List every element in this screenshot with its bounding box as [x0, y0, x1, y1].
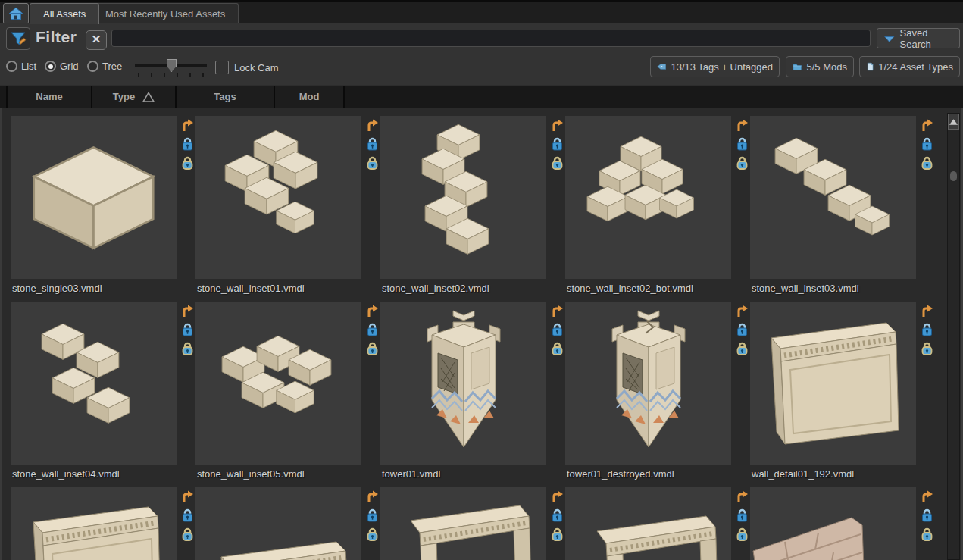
- tab-most-recently-used[interactable]: Most Recently Used Assets: [92, 3, 239, 24]
- asset-tile[interactable]: [195, 487, 380, 560]
- lock-alt-icon[interactable]: [920, 155, 934, 170]
- column-header-mod[interactable]: Mod: [275, 86, 345, 108]
- lock-alt-icon[interactable]: [365, 155, 380, 170]
- asset-tile[interactable]: stone_single03.vmdl: [11, 116, 195, 302]
- lock-icon[interactable]: [735, 508, 749, 522]
- asset-thumbnail[interactable]: [565, 116, 731, 279]
- lock-alt-icon[interactable]: [920, 527, 934, 541]
- asset-thumbnail[interactable]: [195, 487, 361, 560]
- lock-icon[interactable]: [180, 136, 195, 151]
- asset-thumbnail[interactable]: [750, 487, 916, 560]
- asset-tile[interactable]: [565, 487, 750, 560]
- jump-to-arrow-icon[interactable]: [920, 304, 933, 318]
- radio-list[interactable]: List: [6, 61, 36, 72]
- column-header-tags[interactable]: Tags: [177, 86, 275, 108]
- jump-to-arrow-icon[interactable]: [180, 304, 194, 318]
- filter-options-button[interactable]: [6, 27, 30, 50]
- asset-thumbnail[interactable]: [195, 302, 361, 465]
- tags-filter-button[interactable]: 13/13 Tags + Untagged: [650, 56, 780, 77]
- home-button[interactable]: [3, 3, 29, 24]
- jump-to-arrow-icon[interactable]: [735, 304, 749, 318]
- lock-icon[interactable]: [180, 322, 195, 336]
- lock-alt-icon[interactable]: [550, 341, 564, 355]
- asset-tile[interactable]: stone_wall_inset05.vmdl: [195, 302, 380, 487]
- jump-to-arrow-icon[interactable]: [920, 490, 933, 503]
- lock-alt-icon[interactable]: [550, 527, 564, 541]
- lock-icon[interactable]: [550, 508, 564, 522]
- vertical-scrollbar[interactable]: [947, 113, 960, 560]
- asset-types-filter-button[interactable]: 1/24 Asset Types: [859, 56, 960, 77]
- column-header-type[interactable]: Type: [92, 86, 177, 108]
- lock-icon[interactable]: [365, 508, 380, 522]
- lock-icon[interactable]: [735, 136, 749, 151]
- asset-tile[interactable]: wall_detail01_192.vmdl: [750, 302, 935, 487]
- asset-grid: stone_single03.vmdl stone_wall_inset01.v…: [11, 116, 944, 560]
- tab-all-assets[interactable]: All Assets: [30, 3, 99, 24]
- radio-tree[interactable]: Tree: [87, 61, 122, 72]
- jump-to-arrow-icon[interactable]: [735, 118, 749, 132]
- asset-tile[interactable]: [380, 487, 565, 560]
- saved-search-button[interactable]: Saved Search: [877, 28, 960, 48]
- asset-tile[interactable]: [11, 487, 195, 560]
- lock-alt-icon[interactable]: [550, 155, 564, 170]
- asset-tile[interactable]: [750, 487, 935, 560]
- asset-thumbnail[interactable]: [11, 487, 177, 560]
- thumbnail-size-slider[interactable]: [135, 59, 207, 77]
- lock-alt-icon[interactable]: [365, 527, 380, 541]
- asset-thumbnail[interactable]: [11, 116, 177, 279]
- lock-icon[interactable]: [920, 322, 934, 336]
- radio-grid[interactable]: Grid: [45, 61, 79, 72]
- jump-to-arrow-icon[interactable]: [920, 118, 933, 132]
- scrollbar-thumb[interactable]: [950, 171, 957, 181]
- asset-thumbnail[interactable]: [750, 302, 916, 465]
- lock-icon[interactable]: [550, 322, 564, 336]
- lock-icon[interactable]: [920, 136, 934, 151]
- jump-to-arrow-icon[interactable]: [550, 118, 564, 132]
- lock-alt-icon[interactable]: [365, 341, 380, 355]
- asset-tile[interactable]: stone_wall_inset04.vmdl: [11, 302, 195, 487]
- tile-icon-column: [549, 118, 564, 170]
- jump-to-arrow-icon[interactable]: [550, 304, 564, 318]
- lock-icon[interactable]: [735, 322, 749, 336]
- lock-alt-icon[interactable]: [735, 527, 749, 541]
- asset-tile[interactable]: stone_wall_inset01.vmdl: [195, 116, 380, 302]
- lock-alt-icon[interactable]: [735, 155, 749, 170]
- column-header-name[interactable]: Name: [6, 86, 92, 108]
- jump-to-arrow-icon[interactable]: [180, 118, 194, 132]
- mods-filter-button[interactable]: 5/5 Mods: [786, 56, 854, 77]
- lock-icon[interactable]: [550, 136, 564, 151]
- scroll-up-button[interactable]: [948, 114, 959, 130]
- slider-handle[interactable]: [167, 59, 177, 72]
- asset-tile[interactable]: stone_wall_inset02_bot.vmdl: [565, 116, 750, 302]
- asset-tile[interactable]: stone_wall_inset03.vmdl: [750, 116, 935, 302]
- lock-alt-icon[interactable]: [735, 341, 749, 355]
- asset-thumbnail[interactable]: [195, 116, 361, 279]
- asset-tile[interactable]: tower01_destroyed.vmdl: [565, 302, 750, 487]
- asset-thumbnail[interactable]: [380, 116, 546, 279]
- asset-tile[interactable]: tower01.vmdl: [380, 302, 565, 487]
- asset-tile[interactable]: stone_wall_inset02.vmdl: [380, 116, 565, 302]
- lock-alt-icon[interactable]: [920, 341, 934, 355]
- asset-thumbnail[interactable]: [565, 302, 731, 465]
- lock-alt-icon[interactable]: [180, 155, 195, 170]
- lock-icon[interactable]: [180, 508, 195, 522]
- clear-filter-button[interactable]: ✕: [86, 30, 107, 50]
- jump-to-arrow-icon[interactable]: [365, 490, 379, 503]
- jump-to-arrow-icon[interactable]: [550, 490, 564, 503]
- asset-thumbnail[interactable]: [750, 116, 916, 279]
- jump-to-arrow-icon[interactable]: [365, 118, 379, 132]
- jump-to-arrow-icon[interactable]: [365, 304, 379, 318]
- asset-thumbnail[interactable]: [380, 302, 546, 465]
- lock-alt-icon[interactable]: [180, 527, 195, 541]
- lock-alt-icon[interactable]: [180, 341, 195, 355]
- lock-icon[interactable]: [365, 136, 380, 151]
- lock-icon[interactable]: [920, 508, 934, 522]
- jump-to-arrow-icon[interactable]: [180, 490, 194, 503]
- jump-to-arrow-icon[interactable]: [735, 490, 749, 503]
- lock-icon[interactable]: [365, 322, 380, 336]
- asset-thumbnail[interactable]: [11, 302, 177, 465]
- asset-thumbnail[interactable]: [565, 487, 731, 560]
- filter-search-input[interactable]: [111, 30, 871, 47]
- lock-cam-checkbox[interactable]: [215, 61, 229, 74]
- asset-thumbnail[interactable]: [380, 487, 546, 560]
